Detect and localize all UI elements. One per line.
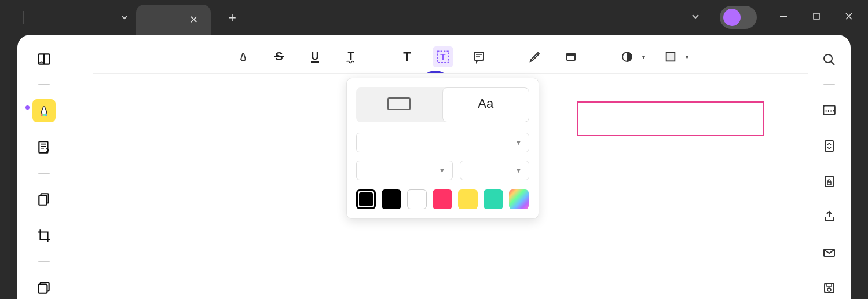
font-tab[interactable]: Aa [442, 87, 530, 122]
chevron-down-icon [691, 12, 700, 21]
strikethrough-tool[interactable]: S [269, 46, 290, 67]
workspace: OCR S U T T [17, 35, 851, 299]
textbox-icon: T [435, 49, 451, 64]
pages-icon [36, 192, 52, 207]
save-icon [822, 281, 836, 295]
color-swatch-teal[interactable] [484, 189, 503, 209]
separator [599, 50, 599, 64]
crop-icon [36, 228, 52, 243]
edit-mode-button[interactable] [32, 136, 56, 159]
convert-button[interactable] [818, 135, 841, 156]
panel-tabs: Aa [356, 87, 529, 122]
text-tool[interactable]: T [397, 46, 417, 67]
svg-rect-1 [814, 13, 819, 19]
svg-text:T: T [348, 50, 354, 62]
crop-mode-button[interactable] [32, 224, 56, 247]
minimize-button[interactable] [777, 9, 790, 25]
textbox-tool[interactable]: T [433, 46, 453, 67]
font-family-select[interactable]: ▼ [356, 133, 529, 152]
chevron-down-icon[interactable]: ▾ [686, 54, 688, 60]
eraser-icon [564, 50, 578, 64]
rectangle-icon [387, 97, 411, 110]
separator [823, 84, 835, 85]
style-tab[interactable] [356, 87, 442, 122]
note-tool[interactable] [468, 46, 489, 67]
chevron-down-icon: ▼ [439, 167, 445, 174]
mail-icon [822, 246, 836, 260]
separator [23, 11, 24, 24]
svg-rect-13 [825, 141, 833, 151]
chevron-down-icon: ▼ [515, 167, 522, 174]
strikethrough-icon: S [272, 50, 286, 64]
stack-icon [36, 280, 52, 295]
svg-rect-6 [39, 195, 46, 205]
text-icon: T [400, 50, 414, 64]
chevron-down-icon[interactable]: ▾ [642, 54, 645, 60]
chevron-down-icon: ▼ [515, 139, 522, 146]
color-swatch-black[interactable] [382, 189, 401, 209]
close-icon[interactable]: ✕ [189, 13, 198, 26]
font-weight-select[interactable]: ▼ [356, 161, 453, 180]
titlebar: ✕ ＋ [0, 0, 868, 35]
tab-active[interactable]: ✕ [136, 5, 211, 35]
color-swatch-custom[interactable] [509, 189, 529, 209]
document-canvas[interactable]: Aa ▼ ▼ ▼ [93, 73, 808, 299]
close-button[interactable] [843, 10, 855, 25]
tab-menu-caret[interactable] [113, 0, 136, 35]
maximize-icon [812, 12, 821, 20]
pencil-tool[interactable] [525, 46, 545, 67]
share-button[interactable] [818, 206, 841, 228]
svg-point-9 [824, 54, 832, 63]
color-swatch-selected[interactable] [356, 189, 376, 209]
minimize-icon [779, 12, 788, 21]
svg-text:OCR: OCR [825, 108, 834, 114]
font-size-select[interactable]: ▼ [460, 161, 529, 180]
window-controls-group [691, 6, 868, 29]
eraser-tool[interactable] [561, 46, 581, 67]
close-icon [845, 12, 853, 20]
new-tab-button[interactable]: ＋ [211, 0, 254, 35]
save-button[interactable] [818, 278, 841, 299]
lock-page-icon [822, 174, 836, 188]
chevron-down-icon [121, 14, 128, 21]
svg-text:T: T [403, 50, 411, 64]
svg-rect-18 [827, 283, 832, 286]
maximize-button[interactable] [810, 10, 823, 25]
rectangle-tool[interactable] [660, 46, 681, 67]
logo-group [0, 11, 36, 24]
convert-icon [822, 139, 836, 153]
color-swatch-pink[interactable] [433, 189, 452, 209]
upgrade-button[interactable] [720, 6, 757, 29]
organize-mode-button[interactable] [32, 188, 56, 210]
reader-mode-button[interactable] [32, 48, 56, 70]
comment-mode-button[interactable] [32, 99, 56, 122]
svg-rect-32 [666, 53, 675, 61]
squiggly-tool[interactable]: T [340, 46, 361, 67]
font-aa-icon: Aa [478, 96, 493, 111]
shape-tool[interactable] [617, 46, 638, 67]
mail-button[interactable] [818, 242, 841, 263]
avatar [723, 9, 741, 26]
app-menu-dropdown[interactable] [691, 12, 700, 23]
protect-button[interactable] [818, 170, 841, 192]
svg-rect-15 [827, 182, 831, 185]
underline-tool[interactable]: U [305, 46, 325, 67]
shape-icon [620, 50, 634, 64]
highlighter-tool[interactable] [233, 46, 254, 67]
ocr-button[interactable]: OCR [818, 99, 841, 121]
squiggly-icon: T [344, 50, 358, 64]
search-button[interactable] [818, 49, 841, 70]
separator [379, 50, 379, 64]
edit-page-icon [36, 140, 52, 155]
textbox-properties-panel: Aa ▼ ▼ ▼ [346, 78, 539, 219]
svg-rect-3 [41, 114, 47, 116]
pencil-icon [528, 50, 542, 64]
tabstrip: ✕ ＋ [113, 0, 254, 35]
text-box-with-border[interactable] [577, 101, 764, 136]
note-icon [472, 50, 486, 64]
color-swatch-white[interactable] [407, 189, 427, 209]
svg-rect-30 [567, 53, 575, 56]
color-swatch-yellow[interactable] [458, 189, 478, 209]
tools-mode-button[interactable] [32, 276, 56, 299]
svg-rect-8 [38, 285, 47, 293]
